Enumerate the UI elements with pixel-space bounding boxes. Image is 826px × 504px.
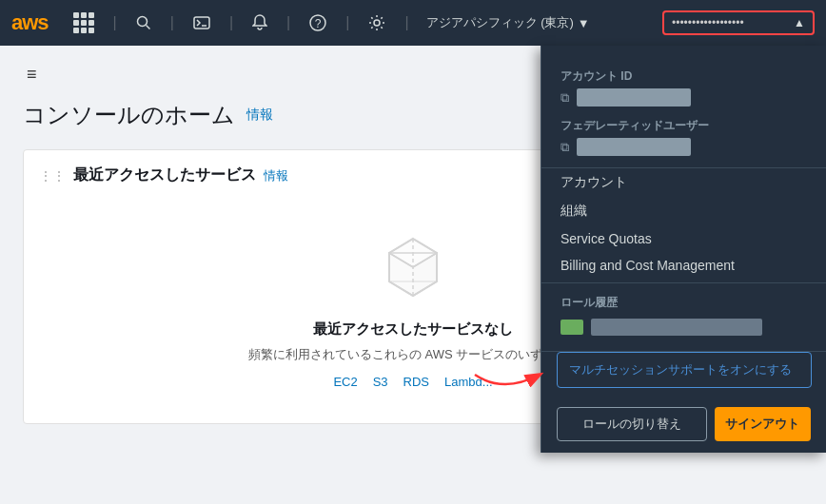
nav-divider-6: |: [403, 14, 410, 31]
empty-state-icon: [375, 229, 451, 305]
switch-role-button[interactable]: ロールの切り替え: [557, 407, 707, 441]
service-links-row: EC2 S3 RDS Lambd...: [333, 375, 492, 389]
role-history-section: ロール履歴: [541, 287, 826, 352]
multisession-button[interactable]: マルチセッションサポートをオンにする: [557, 352, 812, 388]
signout-button[interactable]: サインアウト: [715, 407, 811, 441]
hamburger-icon: ≡: [27, 65, 37, 84]
role-history-label: ロール履歴: [560, 295, 807, 311]
dropdown-item-service-quotas[interactable]: Service Quotas: [541, 225, 826, 252]
account-arrow: ▲: [794, 16, 805, 29]
notifications-button[interactable]: [243, 9, 277, 37]
account-id-display: ••••••••••••••••••: [672, 16, 744, 29]
top-navigation: aws | | | |: [0, 0, 826, 46]
nav-divider-5: |: [344, 14, 351, 31]
drag-handle: ⋮⋮: [39, 168, 66, 184]
account-id-label: アカウント ID: [560, 68, 807, 85]
page-info-link[interactable]: 情報: [246, 107, 273, 124]
federated-user-row: ⧉: [560, 138, 807, 156]
account-dropdown-panel: アカウント ID ⧉ フェデレーティッドユーザー ⧉ アカウント 組織 Serv…: [541, 46, 826, 453]
svg-line-1: [146, 26, 149, 29]
service-link-lambda[interactable]: Lambd...: [444, 375, 493, 389]
federated-user-value: [577, 138, 691, 156]
account-menu-button[interactable]: •••••••••••••••••• ▲: [662, 10, 815, 35]
multisession-label: マルチセッションサポートをオンにする: [569, 361, 792, 378]
page-title: コンソールのホーム: [23, 100, 235, 130]
nav-divider-2: |: [168, 14, 176, 31]
settings-icon: [368, 14, 385, 31]
account-id-row: ⧉: [560, 88, 807, 107]
role-blurred-name: [591, 319, 762, 336]
cloudshell-button[interactable]: [184, 10, 220, 35]
account-id-value: [577, 88, 691, 107]
region-label: アジアパシフィック (東京): [426, 14, 574, 31]
role-color-dot: [560, 320, 583, 335]
dropdown-menu-items: アカウント 組織 Service Quotas Billing and Cost…: [541, 168, 826, 279]
empty-state-subtitle: 頻繁に利用されているこれらの AWS サービスのいずれか...: [248, 346, 578, 363]
panel-info-link[interactable]: 情報: [264, 167, 288, 184]
svg-point-0: [137, 17, 147, 27]
panel-title: 最近アクセスしたサービス: [73, 165, 256, 185]
region-selector[interactable]: アジアパシフィック (東京) ▼: [419, 10, 598, 35]
dropdown-item-organization[interactable]: 組織: [541, 197, 826, 225]
empty-state-title: 最近アクセスしたサービスなし: [313, 320, 513, 339]
role-history-item: [560, 319, 807, 336]
svg-text:?: ?: [315, 17, 322, 30]
account-id-section: アカウント ID ⧉ フェデレーティッドユーザー ⧉: [541, 61, 826, 168]
dropdown-footer: ロールの切り替え サインアウト: [541, 396, 826, 453]
service-link-rds[interactable]: RDS: [403, 375, 429, 389]
search-button[interactable]: [127, 10, 161, 36]
nav-divider-1: |: [111, 14, 119, 31]
region-arrow: ▼: [578, 16, 590, 30]
dropdown-item-billing[interactable]: Billing and Cost Management: [541, 252, 826, 279]
service-link-s3[interactable]: S3: [373, 375, 388, 389]
service-link-ec2[interactable]: EC2: [333, 375, 357, 389]
multisession-container: マルチセッションサポートをオンにする: [541, 352, 826, 388]
help-button[interactable]: ?: [300, 9, 336, 37]
grid-icon: [73, 12, 94, 33]
copy-account-id-icon[interactable]: ⧉: [560, 90, 569, 106]
aws-logo[interactable]: aws: [11, 10, 49, 35]
nav-divider-3: |: [227, 14, 235, 31]
dropdown-item-account[interactable]: アカウント: [541, 168, 826, 197]
hamburger-menu-button[interactable]: ≡: [23, 61, 41, 88]
svg-rect-2: [194, 17, 209, 29]
bell-icon: [252, 14, 267, 31]
svg-point-6: [374, 20, 380, 26]
federated-user-label: フェデレーティッドユーザー: [560, 118, 807, 134]
aws-logo-text: aws: [11, 10, 49, 35]
apps-menu-button[interactable]: [64, 7, 104, 39]
settings-button[interactable]: [359, 9, 395, 37]
search-icon: [136, 15, 151, 30]
copy-federated-user-icon[interactable]: ⧉: [560, 140, 569, 155]
help-icon: ?: [309, 14, 326, 31]
cloudshell-icon: [193, 16, 210, 29]
nav-divider-4: |: [285, 14, 292, 31]
